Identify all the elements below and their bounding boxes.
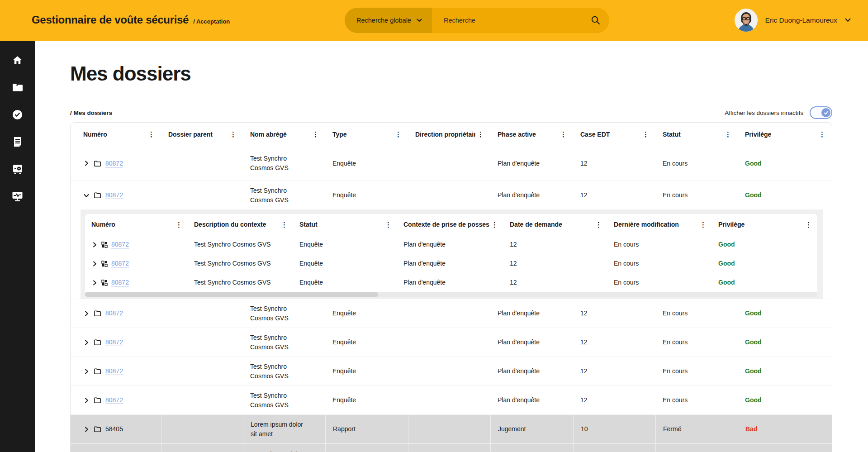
- column-header: Date de demande ⋮: [503, 214, 607, 235]
- folder-icon: [94, 310, 101, 317]
- cell-contexte-possession: Plan d'enquête: [397, 254, 503, 273]
- expand-chevron-icon[interactable]: [83, 192, 90, 199]
- cell-direction: [408, 299, 490, 328]
- nested-table-row: 80872 Test Synchro Cosmos GVS Enquête Pl…: [85, 254, 817, 273]
- breadcrumb: / Mes dossiers: [70, 109, 112, 116]
- column-header: Phase active ⋮: [490, 123, 573, 146]
- expand-chevron-icon[interactable]: [83, 426, 90, 433]
- column-menu-icon[interactable]: ⋮: [640, 129, 651, 139]
- dossier-number: 58405: [105, 424, 123, 434]
- column-header: Contexte de prise de possession ⋮: [397, 214, 503, 235]
- column-menu-icon[interactable]: ⋮: [817, 129, 827, 139]
- grid-icon: [101, 261, 108, 267]
- expand-chevron-icon[interactable]: [83, 339, 90, 346]
- cell-direction: [408, 146, 490, 181]
- column-menu-icon[interactable]: ⋮: [723, 129, 733, 139]
- sidebar-item-dossiers[interactable]: [0, 75, 35, 102]
- column-menu-icon[interactable]: ⋮: [489, 219, 500, 230]
- column-menu-icon[interactable]: ⋮: [475, 129, 486, 139]
- column-header: Statut ⋮: [655, 123, 738, 146]
- column-menu-icon[interactable]: ⋮: [174, 219, 184, 230]
- cell-case-edt: 12: [573, 299, 655, 328]
- column-header-label: Type: [332, 131, 347, 138]
- dossier-number-link[interactable]: 80872: [105, 190, 123, 200]
- column-menu-icon[interactable]: ⋮: [698, 219, 708, 230]
- column-menu-icon[interactable]: ⋮: [393, 129, 403, 139]
- app-title: Gestionnaire de voûte sécurisé: [32, 14, 189, 26]
- cell-direction: [408, 357, 490, 385]
- column-header: Description du contexte ⋮: [188, 214, 293, 235]
- nested-table-body: 80872 Test Synchro Cosmos GVS Enquête Pl…: [85, 235, 817, 292]
- search-icon[interactable]: [590, 15, 601, 26]
- inactive-folders-toggle[interactable]: [810, 106, 832, 119]
- dossier-number-link[interactable]: 80872: [105, 338, 123, 347]
- table-header-row: Numéro ⋮ Dossier parent ⋮ Nom abrégé ⋮ T…: [71, 123, 832, 146]
- cell-case-edt: 12: [573, 181, 655, 209]
- horizontal-scrollbar[interactable]: [85, 292, 817, 297]
- dossier-number-link[interactable]: 80872: [105, 395, 123, 405]
- cell-numero: 80872: [71, 386, 161, 414]
- dossier-number-link[interactable]: 80872: [111, 240, 129, 249]
- environment-label: / Acceptation: [193, 18, 230, 25]
- cell-case-edt: 12: [573, 328, 655, 357]
- cell-nom-abrege: Test Synchro Cosmos GVS: [243, 299, 325, 328]
- column-header-label: Dernière modification: [614, 221, 679, 228]
- column-menu-icon[interactable]: ⋮: [310, 129, 321, 139]
- scrollbar-thumb[interactable]: [85, 292, 378, 297]
- search-input[interactable]: [444, 17, 579, 24]
- cell-nom-abrege: Lorem ipsum dolor sit amet: [243, 415, 325, 443]
- column-menu-icon[interactable]: ⋮: [279, 219, 289, 230]
- column-header: Case EDT ⋮: [573, 123, 655, 146]
- column-menu-icon[interactable]: ⋮: [803, 219, 814, 230]
- expand-chevron-icon[interactable]: [83, 397, 90, 404]
- cell-privilege: Good: [738, 328, 832, 357]
- expand-chevron-icon[interactable]: [91, 242, 98, 248]
- sidebar-item-documents[interactable]: [0, 129, 35, 156]
- cell-statut: En cours: [655, 386, 738, 414]
- column-header-label: Dossier parent: [168, 131, 213, 138]
- cell-statut: [655, 444, 738, 452]
- user-menu[interactable]: Eric Duong-Lamoureux: [735, 9, 851, 32]
- expand-chevron-icon[interactable]: [91, 280, 98, 286]
- cell-case-edt: 12: [573, 386, 655, 414]
- breadcrumb-row: / Mes dossiers Afficher les dossiers inn…: [70, 106, 832, 119]
- column-header-label: Contexte de prise de possession: [403, 221, 489, 228]
- cell-numero: 80872: [85, 235, 188, 254]
- column-menu-icon[interactable]: ⋮: [228, 129, 238, 139]
- dossier-number-link[interactable]: 80872: [105, 366, 123, 376]
- column-header-label: Phase active: [498, 131, 536, 138]
- folder-icon: [12, 82, 24, 94]
- column-header-label: Numéro: [91, 221, 115, 228]
- sidebar-item-voute[interactable]: [0, 156, 35, 183]
- sidebar-item-approbations[interactable]: [0, 102, 35, 129]
- table-row: Lorem ipsum dolor sit: [71, 443, 832, 452]
- cell-statut: Fermé: [655, 415, 738, 443]
- expand-chevron-icon[interactable]: [83, 310, 90, 317]
- sidebar-item-home[interactable]: [0, 48, 35, 75]
- cell-statut: En cours: [655, 357, 738, 385]
- cell-derniere-modification: En cours: [607, 254, 712, 273]
- column-menu-icon[interactable]: ⋮: [146, 129, 157, 139]
- cell-numero: 80872: [85, 273, 188, 292]
- dossier-number-link[interactable]: 80872: [105, 159, 123, 168]
- column-menu-icon[interactable]: ⋮: [593, 219, 604, 230]
- expand-chevron-icon[interactable]: [91, 261, 98, 267]
- dossier-number-link[interactable]: 80872: [111, 259, 129, 268]
- column-header: Privilège ⋮: [712, 214, 817, 235]
- dossier-number-link[interactable]: 80872: [111, 278, 129, 287]
- dossier-number-link[interactable]: 80872: [105, 309, 123, 318]
- column-header: Type ⋮: [325, 123, 408, 146]
- sidebar-item-activite[interactable]: [0, 183, 35, 210]
- cell-phase-active: [490, 444, 573, 452]
- grid-icon: [101, 242, 108, 248]
- cell-statut: En cours: [655, 328, 738, 357]
- column-menu-icon[interactable]: ⋮: [383, 219, 394, 230]
- cell-phase-active: Plan d'enquête: [490, 357, 573, 385]
- expand-chevron-icon[interactable]: [83, 368, 90, 375]
- column-header: Privilège ⋮: [738, 123, 832, 146]
- cell-case-edt: 10: [573, 415, 655, 443]
- expand-chevron-icon[interactable]: [83, 160, 90, 167]
- column-menu-icon[interactable]: ⋮: [558, 129, 569, 139]
- search-scope-dropdown[interactable]: Recherche globale: [345, 8, 432, 33]
- cell-privilege: Good: [712, 273, 817, 292]
